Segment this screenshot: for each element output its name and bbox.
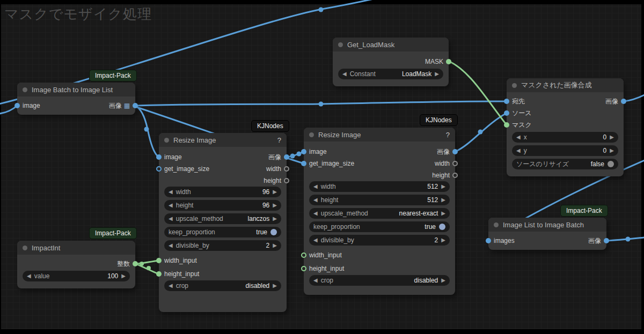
arrow-right-icon[interactable]: ▶ xyxy=(121,273,126,279)
widget-keep-proportion[interactable]: keep_proportion true xyxy=(309,221,450,232)
widget-upscale-method[interactable]: ◀ upscale_method lanczos ▶ xyxy=(164,213,281,224)
arrow-left-icon[interactable]: ◀ xyxy=(169,189,173,195)
collapse-dot-icon[interactable] xyxy=(23,246,27,250)
widget-value[interactable]: ◀ value 100 ▶ xyxy=(23,271,130,281)
widget-keep-proportion[interactable]: keep_proportion true xyxy=(164,227,281,237)
reroute-dot[interactable] xyxy=(290,154,295,159)
widget-resize-source[interactable]: ソースのリサイズ false xyxy=(512,159,618,169)
widget-divisible-by[interactable]: ◀ divisible_by 2 ▶ xyxy=(164,240,281,251)
input-pin-image[interactable] xyxy=(156,154,162,160)
node-header[interactable]: Resize Image ? xyxy=(159,133,287,147)
node-header[interactable]: ImpactInt xyxy=(17,241,135,255)
input-pin-height-input[interactable] xyxy=(301,266,306,271)
input-pin-image[interactable] xyxy=(14,103,20,108)
collapse-dot-icon[interactable] xyxy=(494,222,499,227)
collapse-dot-icon[interactable] xyxy=(512,83,517,88)
arrow-right-icon[interactable]: ▶ xyxy=(435,71,439,77)
collapse-dot-icon[interactable] xyxy=(23,87,27,92)
arrow-left-icon[interactable]: ◀ xyxy=(169,283,173,288)
output-pin-int[interactable] xyxy=(133,261,138,266)
input-pin-get-image-size[interactable] xyxy=(156,166,162,172)
input-pin-images[interactable] xyxy=(486,238,491,243)
widget-constant[interactable]: ◀ Constant LoadMask ▶ xyxy=(338,69,443,79)
node-resize-image-small[interactable]: Resize Image ? image 画像 get_image_size w… xyxy=(159,133,287,312)
output-pin-image[interactable] xyxy=(133,103,138,108)
node-resize-image-large[interactable]: Resize Image ? image 画像 get_image_size w… xyxy=(304,128,455,295)
toggle-dot[interactable] xyxy=(270,229,277,235)
output-pin-mask[interactable] xyxy=(446,59,451,64)
help-icon[interactable]: ? xyxy=(277,136,281,144)
widget-upscale-method[interactable]: ◀ upscale_method nearest-exact ▶ xyxy=(309,208,450,219)
arrow-right-icon[interactable]: ▶ xyxy=(273,189,277,195)
node-image-composite-masked[interactable]: マスクされた画像合成 宛先 画像 ソース マスク ◀ x 0 xyxy=(507,78,624,176)
widget-y[interactable]: ◀ y 0 ▶ xyxy=(512,145,618,156)
output-pin-image[interactable] xyxy=(452,149,458,154)
widget-height[interactable]: ◀ height 512 ▶ xyxy=(309,195,450,205)
arrow-left-icon[interactable]: ◀ xyxy=(313,184,318,189)
output-pin-image[interactable] xyxy=(604,238,609,243)
arrow-right-icon[interactable]: ▶ xyxy=(610,135,614,140)
output-pin-width[interactable] xyxy=(452,161,458,166)
widget-x[interactable]: ◀ x 0 ▶ xyxy=(512,132,618,143)
node-header[interactable]: Resize Image ? xyxy=(304,128,455,142)
reroute-dot[interactable] xyxy=(319,8,324,12)
widget-crop[interactable]: ◀ crop disabled ▶ xyxy=(309,275,450,286)
toggle-dot[interactable] xyxy=(439,224,445,230)
widget-width[interactable]: ◀ width 512 ▶ xyxy=(309,181,450,192)
arrow-left-icon[interactable]: ◀ xyxy=(313,211,318,216)
widget-divisible-by[interactable]: ◀ divisible_by 2 ▶ xyxy=(309,235,450,246)
arrow-left-icon[interactable]: ◀ xyxy=(342,71,347,77)
arrow-left-icon[interactable]: ◀ xyxy=(313,197,318,203)
input-pin-get-image-size[interactable] xyxy=(301,161,306,166)
widget-width[interactable]: ◀ width 96 ▶ xyxy=(164,187,281,197)
node-image-batch-to-image-list[interactable]: Image Batch to Image List image 画像 ▦ xyxy=(17,83,135,115)
arrow-left-icon[interactable]: ◀ xyxy=(313,278,318,283)
widget-crop[interactable]: ◀ crop disabled ▶ xyxy=(164,280,281,291)
widget-height[interactable]: ◀ height 96 ▶ xyxy=(164,200,281,211)
arrow-left-icon[interactable]: ◀ xyxy=(516,148,521,153)
reroute-dot[interactable] xyxy=(319,102,324,107)
input-pin-mask[interactable] xyxy=(504,122,509,128)
output-pin-width[interactable] xyxy=(284,166,289,172)
arrow-right-icon[interactable]: ▶ xyxy=(273,283,277,288)
reroute-dot[interactable] xyxy=(147,266,151,270)
arrow-right-icon[interactable]: ▶ xyxy=(273,203,277,208)
node-get-loadmask[interactable]: Get_LoadMask MASK ◀ Constant LoadMask ▶ xyxy=(333,38,449,86)
input-pin-width-input[interactable] xyxy=(301,253,306,258)
arrow-right-icon[interactable]: ▶ xyxy=(273,243,277,248)
arrow-left-icon[interactable]: ◀ xyxy=(516,135,521,140)
collapse-dot-icon[interactable] xyxy=(164,138,169,143)
reroute-dot[interactable] xyxy=(478,130,483,135)
input-pin-image[interactable] xyxy=(301,149,306,154)
node-graph-canvas[interactable]: マスクでモザイク処理 xyxy=(0,0,644,334)
input-pin-height-input[interactable] xyxy=(156,271,162,277)
toggle-dot[interactable] xyxy=(608,161,614,167)
reroute-dot[interactable] xyxy=(626,237,631,242)
collapse-dot-icon[interactable] xyxy=(338,42,343,47)
node-impact-int[interactable]: ImpactInt 整数 ◀ value 100 ▶ xyxy=(17,241,135,288)
node-header[interactable]: Get_LoadMask xyxy=(333,38,449,51)
output-pin-image[interactable] xyxy=(284,154,289,160)
input-pin-source[interactable] xyxy=(504,110,509,116)
input-pin-destination[interactable] xyxy=(504,99,509,104)
arrow-left-icon[interactable]: ◀ xyxy=(169,216,173,221)
input-pin-width-input[interactable] xyxy=(156,258,162,263)
output-pin-height[interactable] xyxy=(284,178,289,183)
arrow-left-icon[interactable]: ◀ xyxy=(313,237,318,243)
arrow-left-icon[interactable]: ◀ xyxy=(169,243,173,248)
arrow-right-icon[interactable]: ▶ xyxy=(441,211,445,216)
arrow-right-icon[interactable]: ▶ xyxy=(610,148,614,153)
output-pin-image[interactable] xyxy=(621,99,626,104)
reroute-dot[interactable] xyxy=(140,262,144,266)
collapse-dot-icon[interactable] xyxy=(309,132,314,137)
output-pin-height[interactable] xyxy=(452,173,458,178)
reroute-dot[interactable] xyxy=(144,127,149,132)
arrow-right-icon[interactable]: ▶ xyxy=(441,184,445,189)
arrow-left-icon[interactable]: ◀ xyxy=(169,203,173,208)
node-header[interactable]: Image Batch to Image List xyxy=(17,83,135,97)
node-header[interactable]: マスクされた画像合成 xyxy=(507,78,624,92)
arrow-right-icon[interactable]: ▶ xyxy=(441,278,445,283)
arrow-right-icon[interactable]: ▶ xyxy=(441,197,445,203)
arrow-right-icon[interactable]: ▶ xyxy=(273,216,277,221)
node-image-list-to-image-batch[interactable]: Image List to Image Batch images 画像 xyxy=(488,218,606,250)
